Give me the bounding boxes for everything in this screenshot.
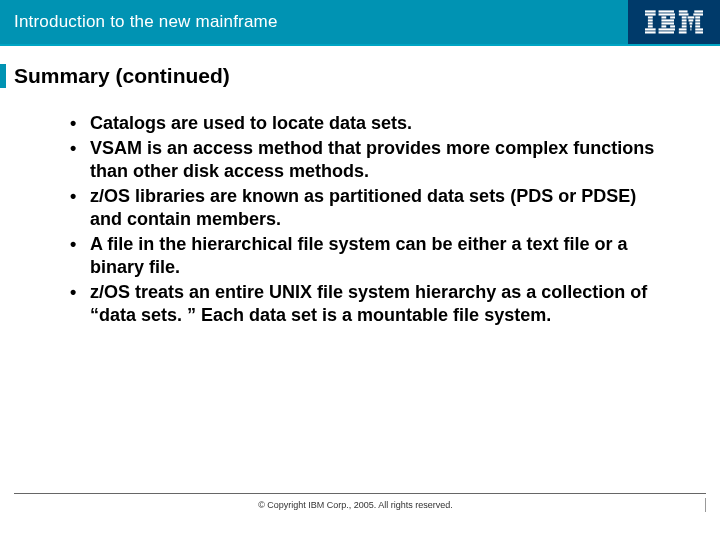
bullet-list: Catalogs are used to locate data sets. V…	[64, 112, 672, 327]
svg-rect-9	[659, 13, 675, 15]
svg-rect-1	[645, 13, 656, 15]
svg-rect-21	[693, 13, 703, 15]
svg-rect-28	[682, 22, 687, 24]
svg-rect-0	[645, 10, 656, 12]
svg-rect-29	[689, 22, 692, 24]
svg-rect-24	[695, 16, 700, 18]
svg-rect-26	[689, 19, 694, 21]
copyright-text: © Copyright IBM Corp., 2005. All rights …	[14, 500, 697, 512]
footer: © Copyright IBM Corp., 2005. All rights …	[14, 493, 706, 512]
svg-rect-25	[682, 19, 687, 21]
footer-divider-icon	[705, 498, 706, 512]
slide: Introduction to the new mainframe	[0, 0, 720, 540]
list-item: z/OS libraries are known as partitioned …	[64, 185, 672, 231]
svg-rect-20	[679, 13, 689, 15]
header-title: Introduction to the new mainframe	[14, 12, 278, 32]
svg-rect-23	[688, 16, 695, 18]
svg-rect-15	[670, 25, 675, 27]
svg-rect-17	[659, 31, 674, 33]
svg-rect-27	[695, 19, 700, 21]
content-area: Catalogs are used to locate data sets. V…	[0, 88, 720, 540]
svg-rect-8	[659, 10, 674, 12]
svg-rect-22	[682, 16, 687, 18]
svg-rect-32	[690, 25, 692, 27]
svg-rect-11	[670, 16, 675, 18]
header-left: Introduction to the new mainframe	[0, 0, 628, 44]
subhead-row: Summary (continued)	[0, 64, 720, 88]
svg-rect-36	[695, 28, 703, 30]
list-item: VSAM is an access method that provides m…	[64, 137, 672, 183]
svg-rect-10	[661, 16, 666, 18]
svg-rect-7	[645, 31, 656, 33]
svg-rect-19	[694, 10, 703, 12]
svg-rect-3	[648, 19, 653, 21]
list-item: Catalogs are used to locate data sets.	[64, 112, 672, 135]
svg-rect-33	[695, 25, 700, 27]
svg-rect-4	[648, 22, 653, 24]
header-bar: Introduction to the new mainframe	[0, 0, 720, 46]
ibm-logo-icon	[645, 10, 703, 34]
svg-rect-38	[695, 31, 703, 33]
svg-rect-34	[679, 28, 687, 30]
svg-rect-2	[648, 16, 653, 18]
svg-rect-14	[661, 25, 666, 27]
svg-rect-6	[645, 28, 656, 30]
list-item: z/OS treats an entire UNIX file system h…	[64, 281, 672, 327]
svg-rect-18	[679, 10, 688, 12]
header-logo-box	[628, 0, 720, 44]
slide-subheading: Summary (continued)	[6, 64, 230, 88]
svg-rect-30	[695, 22, 700, 24]
svg-rect-5	[648, 25, 653, 27]
svg-rect-16	[659, 28, 675, 30]
svg-rect-35	[690, 28, 691, 30]
svg-rect-37	[679, 31, 687, 33]
list-item: A file in the hierarchical file system c…	[64, 233, 672, 279]
svg-rect-13	[661, 22, 674, 24]
svg-rect-12	[661, 19, 674, 21]
svg-rect-31	[682, 25, 687, 27]
